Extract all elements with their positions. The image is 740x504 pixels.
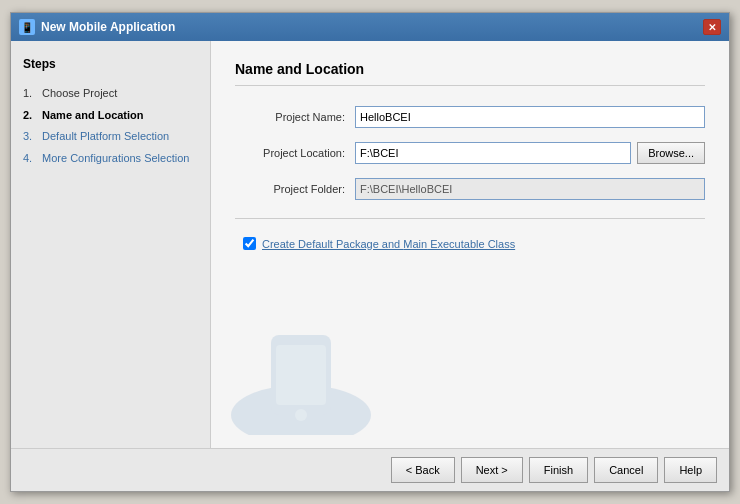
- project-folder-label: Project Folder:: [235, 183, 355, 195]
- finish-button[interactable]: Finish: [529, 457, 588, 483]
- create-default-checkbox[interactable]: [243, 237, 256, 250]
- svg-point-0: [231, 385, 371, 435]
- step-1-num: 1.: [23, 85, 39, 103]
- project-name-input[interactable]: [355, 106, 705, 128]
- browse-button[interactable]: Browse...: [637, 142, 705, 164]
- titlebar: 📱 New Mobile Application ✕: [11, 13, 729, 41]
- svg-rect-1: [271, 335, 331, 415]
- content-area: Steps 1. Choose Project 2. Name and Loca…: [11, 41, 729, 448]
- step-4-num: 4.: [23, 150, 39, 168]
- steps-list: 1. Choose Project 2. Name and Location 3…: [23, 83, 198, 169]
- step-3-label: Default Platform Selection: [42, 130, 169, 142]
- checkbox-text-prefix: Create Default Package and: [262, 238, 403, 250]
- step-2-label: Name and Location: [42, 109, 143, 121]
- divider: [235, 218, 705, 219]
- step-2: 2. Name and Location: [23, 105, 198, 127]
- help-button[interactable]: Help: [664, 457, 717, 483]
- project-name-label: Project Name:: [235, 111, 355, 123]
- dialog: 📱 New Mobile Application ✕ Steps 1. Choo…: [10, 12, 730, 492]
- section-title: Name and Location: [235, 61, 705, 86]
- checkbox-text-main-link[interactable]: Main: [403, 238, 427, 250]
- project-location-label: Project Location:: [235, 147, 355, 159]
- project-location-row: Project Location: Browse...: [235, 142, 705, 164]
- project-name-row: Project Name:: [235, 106, 705, 128]
- watermark: [221, 315, 381, 438]
- step-1-label: Choose Project: [42, 87, 117, 99]
- project-folder-row: Project Folder:: [235, 178, 705, 200]
- cancel-button[interactable]: Cancel: [594, 457, 658, 483]
- step-2-num: 2.: [23, 107, 39, 125]
- step-4[interactable]: 4. More Configurations Selection: [23, 148, 198, 170]
- sidebar: Steps 1. Choose Project 2. Name and Loca…: [11, 41, 211, 448]
- checkbox-row: Create Default Package and Main Executab…: [243, 237, 705, 250]
- main-content: Name and Location Project Name: Project …: [211, 41, 729, 448]
- checkbox-label: Create Default Package and Main Executab…: [262, 238, 515, 250]
- project-location-input[interactable]: [355, 142, 631, 164]
- step-3-num: 3.: [23, 128, 39, 146]
- footer: < Back Next > Finish Cancel Help: [11, 448, 729, 491]
- step-1: 1. Choose Project: [23, 83, 198, 105]
- step-4-label: More Configurations Selection: [42, 152, 189, 164]
- next-button[interactable]: Next >: [461, 457, 523, 483]
- back-button[interactable]: < Back: [391, 457, 455, 483]
- project-folder-input: [355, 178, 705, 200]
- dialog-title: New Mobile Application: [41, 20, 175, 34]
- step-3[interactable]: 3. Default Platform Selection: [23, 126, 198, 148]
- titlebar-left: 📱 New Mobile Application: [19, 19, 175, 35]
- sidebar-heading: Steps: [23, 57, 198, 71]
- svg-point-3: [295, 409, 307, 421]
- svg-rect-2: [276, 345, 326, 405]
- app-icon: 📱: [19, 19, 35, 35]
- close-button[interactable]: ✕: [703, 19, 721, 35]
- checkbox-text-suffix: Executable Class: [427, 238, 515, 250]
